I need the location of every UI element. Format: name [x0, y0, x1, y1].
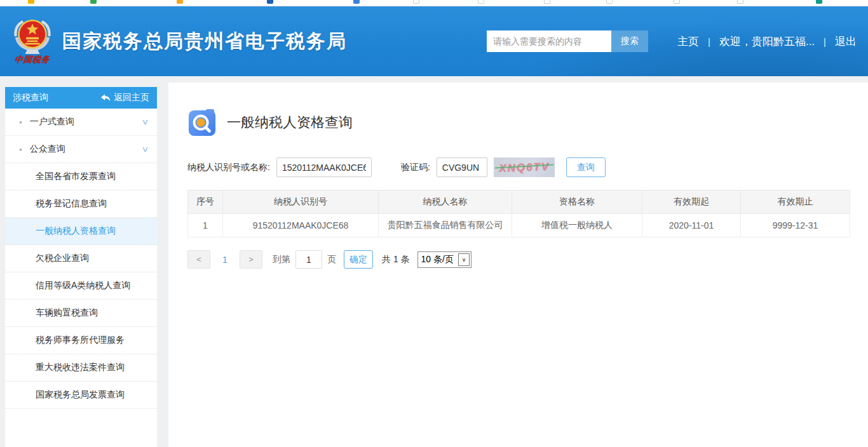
page-title: 一般纳税人资格查询	[227, 113, 353, 132]
header-search-button[interactable]: 搜索	[611, 30, 648, 52]
blue-app-icon[interactable]	[353, 0, 360, 4]
goto-page-suffix: 页	[327, 254, 336, 265]
sidebar-item-7[interactable]: 车辆购置税查询	[5, 300, 157, 327]
captcha-label: 验证码:	[401, 162, 430, 173]
captcha-input[interactable]	[437, 157, 487, 177]
total-count-text: 共 1 条	[382, 254, 410, 265]
table-cell: 9999-12-31	[741, 214, 850, 237]
pagination: < 1 > 到第 页 确定 共 1 条 10 条/页 ∨	[187, 250, 850, 269]
sidebar-item-label: 国家税务总局发票查询	[36, 389, 125, 401]
sidebar-item-label: 税务登记信息查询	[36, 198, 107, 210]
blue-globe-icon[interactable]	[267, 0, 273, 4]
table-header-cell: 资格名称	[512, 190, 642, 214]
back-arrow-icon	[100, 93, 111, 102]
folder-icon[interactable]	[177, 0, 183, 4]
chevron-down-icon: ∨	[141, 117, 149, 126]
prev-page-button[interactable]: <	[187, 250, 210, 269]
sidebar-item-2[interactable]: 全国各省市发票查询	[5, 163, 157, 190]
goto-confirm-button[interactable]: 确定	[344, 250, 373, 269]
green-doc-icon[interactable]	[90, 0, 97, 4]
browser-bookmark-bar	[0, 0, 868, 6]
table-header-cell: 序号	[188, 190, 223, 214]
goto-page-input[interactable]	[295, 250, 322, 269]
link-separator: |	[824, 36, 826, 47]
logo-caption: 中国税务	[14, 54, 51, 65]
goto-page-prefix: 到第	[273, 254, 290, 265]
back-to-home-link[interactable]: 返回主页	[100, 92, 149, 103]
welcome-user-link[interactable]: 欢迎，贵阳黔五福...	[719, 34, 815, 49]
taxpayer-id-label: 纳税人识别号或名称:	[187, 162, 270, 173]
next-page-button[interactable]: >	[240, 250, 262, 269]
home-link[interactable]: 主页	[677, 34, 699, 49]
sidebar-item-label: 车辆购置税查询	[36, 307, 98, 319]
sidebar: 涉税查询 返回主页 ●一户式查询∨●公众查询∨全国各省市发票查询税务登记信息查询…	[5, 87, 157, 447]
table-cell: 贵阳黔五福食品销售有限公司	[379, 214, 512, 237]
sidebar-item-label: 公众查询	[30, 143, 65, 155]
taxpayer-id-input[interactable]	[276, 157, 372, 177]
table-cell: 1	[188, 214, 223, 237]
folder-outline-icon[interactable]	[674, 0, 680, 4]
table-header-cell: 有效期起	[642, 190, 741, 214]
results-table-body: 191520112MAAK0JCE68贵阳黔五福食品销售有限公司增值税一般纳税人…	[188, 214, 850, 237]
sidebar-item-label: 税务师事务所代理服务	[36, 335, 125, 346]
link-separator: |	[708, 36, 710, 47]
folder-outline-icon[interactable]	[737, 0, 743, 4]
sidebar-item-4[interactable]: 一般纳税人资格查询	[5, 218, 157, 245]
table-cell: 2020-11-01	[642, 214, 741, 237]
header-search-box: 搜索	[487, 30, 648, 52]
table-header-row: 序号纳税人识别号纳税人名称资格名称有效期起有效期止	[188, 190, 850, 214]
folder-outline-icon[interactable]	[606, 0, 613, 4]
sidebar-title: 涉税查询	[13, 92, 48, 103]
sidebar-header: 涉税查询 返回主页	[5, 87, 157, 109]
sidebar-item-3[interactable]: 税务登记信息查询	[5, 190, 157, 218]
chevron-down-icon: ∨	[141, 145, 149, 154]
query-page-icon	[187, 108, 217, 137]
results-table: 序号纳税人识别号纳税人名称资格名称有效期起有效期止 191520112MAAK0…	[187, 190, 850, 237]
page-title-row: 一般纳税人资格查询	[187, 108, 850, 137]
sidebar-item-9[interactable]: 重大税收违法案件查询	[5, 354, 157, 382]
site-title: 国家税务总局贵州省电子税务局	[62, 29, 347, 55]
table-header-cell: 纳税人识别号	[223, 190, 379, 214]
logout-link[interactable]: 退出	[835, 34, 857, 49]
table-header-cell: 有效期止	[741, 190, 850, 214]
sidebar-item-label: 一般纳税人资格查询	[36, 225, 116, 237]
sidebar-item-label: 一户式查询	[30, 116, 74, 128]
national-emblem-icon	[11, 17, 53, 55]
table-cell: 91520112MAAK0JCE68	[223, 214, 379, 237]
table-header-cell: 纳税人名称	[379, 190, 512, 214]
query-button[interactable]: 查询	[566, 157, 606, 177]
star-icon[interactable]	[28, 0, 34, 4]
bullet-icon: ●	[19, 119, 22, 125]
site-header: 中国税务 国家税务总局贵州省电子税务局 搜索 主页 | 欢迎，贵阳黔五福... …	[0, 6, 868, 76]
site-logo: 中国税务	[11, 17, 53, 65]
folder-outline-icon[interactable]	[413, 0, 419, 4]
sidebar-menu: ●一户式查询∨●公众查询∨全国各省市发票查询税务登记信息查询一般纳税人资格查询欠…	[5, 109, 157, 409]
back-to-home-label: 返回主页	[114, 92, 149, 103]
teal-doc-icon[interactable]	[816, 0, 822, 4]
sidebar-item-5[interactable]: 欠税企业查询	[5, 245, 157, 272]
folder-outline-icon[interactable]	[478, 0, 484, 4]
bullet-icon: ●	[19, 147, 22, 152]
sidebar-item-label: 重大税收违法案件查询	[36, 362, 125, 373]
sidebar-item-label: 信用等级A类纳税人查询	[36, 280, 130, 291]
query-form: 纳税人识别号或名称: 验证码: XNQ6TV 查询	[187, 157, 850, 177]
page-size-select[interactable]: 10 条/页 ∨	[417, 251, 471, 268]
current-page-number[interactable]: 1	[220, 255, 229, 265]
sidebar-item-10[interactable]: 国家税务总局发票查询	[5, 382, 157, 409]
sidebar-item-label: 全国各省市发票查询	[36, 171, 116, 182]
captcha-image-text: XNQ6TV	[498, 160, 550, 175]
results-table-head: 序号纳税人识别号纳税人名称资格名称有效期起有效期止	[188, 190, 850, 214]
folder-outline-icon[interactable]	[544, 0, 550, 4]
sidebar-item-8[interactable]: 税务师事务所代理服务	[5, 327, 157, 354]
sidebar-item-1[interactable]: ●公众查询∨	[5, 136, 157, 163]
sidebar-item-label: 欠税企业查询	[36, 253, 89, 264]
header-search-input[interactable]	[487, 30, 611, 52]
chevron-down-icon: ∨	[458, 253, 470, 266]
sidebar-item-6[interactable]: 信用等级A类纳税人查询	[5, 272, 157, 300]
sidebar-item-0[interactable]: ●一户式查询∨	[5, 109, 157, 136]
captcha-image[interactable]: XNQ6TV	[494, 157, 555, 177]
table-cell: 增值税一般纳税人	[512, 214, 642, 237]
table-row: 191520112MAAK0JCE68贵阳黔五福食品销售有限公司增值税一般纳税人…	[188, 214, 850, 237]
header-links: 主页 | 欢迎，贵阳黔五福... | 退出	[677, 34, 857, 49]
main-panel: 一般纳税人资格查询 纳税人识别号或名称: 验证码: XNQ6TV 查询 序号纳税…	[168, 83, 868, 447]
